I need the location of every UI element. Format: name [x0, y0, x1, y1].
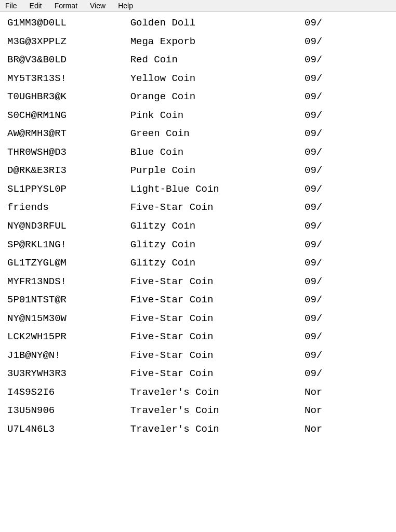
table-row[interactable]: J1B@NY@N!Five-Star Coin09/ — [3, 347, 393, 365]
cell-date: 09/ — [300, 198, 393, 217]
cell-name: Golden Doll — [126, 14, 300, 33]
cell-date: 09/ — [300, 180, 393, 199]
table-row[interactable]: NY@N15M30WFive-Star Coin09/ — [3, 310, 393, 328]
table-row[interactable]: D@RK&E3RI3Purple Coin09/ — [3, 162, 393, 180]
cell-name: Five-Star Coin — [126, 328, 300, 347]
cell-name: Five-Star Coin — [126, 365, 300, 383]
table-row[interactable]: T0UGHBR3@KOrange Coin09/ — [3, 88, 393, 107]
cell-date: Nor — [300, 402, 393, 420]
cell-date: 09/ — [300, 347, 393, 365]
cell-name: Five-Star Coin — [126, 273, 300, 291]
cell-date: 09/ — [300, 51, 393, 70]
table-row[interactable]: M3G@3XPPLZMega Exporb09/ — [3, 33, 393, 51]
cell-name: Traveler's Coin — [126, 402, 300, 420]
cell-date: 09/ — [300, 143, 393, 162]
table-row[interactable]: GL1TZYGL@MGlitzy Coin09/ — [3, 254, 393, 273]
menu-format[interactable]: Format — [52, 1, 80, 10]
cell-date: 09/ — [300, 254, 393, 273]
cell-code: I3U5N906 — [3, 402, 126, 420]
cell-code: S0CH@RM1NG — [3, 107, 126, 125]
cell-name: Mega Exporb — [126, 33, 300, 51]
cell-name: Glitzy Coin — [126, 217, 300, 236]
cell-code: SP@RKL1NG! — [3, 236, 126, 255]
cell-date: Nor — [300, 420, 393, 439]
table-row[interactable]: 5P01NTST@RFive-Star Coin09/ — [3, 291, 393, 310]
cell-code: 5P01NTST@R — [3, 291, 126, 310]
cell-code: MY5T3R13S! — [3, 70, 126, 88]
table-row[interactable]: friendsFive-Star Coin09/ — [3, 198, 393, 217]
table-row[interactable]: I3U5N906Traveler's CoinNor — [3, 402, 393, 420]
cell-date: Nor — [300, 383, 393, 402]
cell-code: AW@RMH3@RT — [3, 125, 126, 143]
table-container: G1MM3@D0LLGolden Doll09/M3G@3XPPLZMega E… — [0, 12, 396, 441]
cell-date: 09/ — [300, 291, 393, 310]
cell-name: Red Coin — [126, 51, 300, 70]
cell-code: SL1PPYSL0P — [3, 180, 126, 199]
cell-code: BR@V3&B0LD — [3, 51, 126, 70]
cell-code: friends — [3, 198, 126, 217]
cell-name: Five-Star Coin — [126, 347, 300, 365]
table-row[interactable]: S0CH@RM1NGPink Coin09/ — [3, 107, 393, 125]
cell-date: 09/ — [300, 217, 393, 236]
cell-date: 09/ — [300, 33, 393, 51]
cell-date: 09/ — [300, 328, 393, 347]
cell-code: G1MM3@D0LL — [3, 14, 126, 33]
cell-date: 09/ — [300, 273, 393, 291]
cell-date: 09/ — [300, 125, 393, 143]
table-row[interactable]: AW@RMH3@RTGreen Coin09/ — [3, 125, 393, 143]
table-row[interactable]: G1MM3@D0LLGolden Doll09/ — [3, 14, 393, 33]
menu-help[interactable]: Help — [116, 1, 135, 10]
cell-code: GL1TZYGL@M — [3, 254, 126, 273]
cell-code: NY@N15M30W — [3, 310, 126, 328]
cell-name: Traveler's Coin — [126, 420, 300, 439]
cell-name: Traveler's Coin — [126, 383, 300, 402]
cell-date: 09/ — [300, 14, 393, 33]
table-row[interactable]: MY5T3R13S!Yellow Coin09/ — [3, 70, 393, 88]
table-row[interactable]: MYFR13NDS!Five-Star Coin09/ — [3, 273, 393, 291]
cell-code: M3G@3XPPLZ — [3, 33, 126, 51]
cell-name: Orange Coin — [126, 88, 300, 107]
table-row[interactable]: NY@ND3RFULGlitzy Coin09/ — [3, 217, 393, 236]
cell-date: 09/ — [300, 236, 393, 255]
cell-name: Pink Coin — [126, 107, 300, 125]
cell-name: Blue Coin — [126, 143, 300, 162]
cell-name: Five-Star Coin — [126, 310, 300, 328]
cell-code: T0UGHBR3@K — [3, 88, 126, 107]
cell-code: MYFR13NDS! — [3, 273, 126, 291]
table-row[interactable]: LCK2WH15PRFive-Star Coin09/ — [3, 328, 393, 347]
table-row[interactable]: U7L4N6L3Traveler's CoinNor — [3, 420, 393, 439]
cell-date: 09/ — [300, 70, 393, 88]
menu-view[interactable]: View — [88, 1, 108, 10]
cell-code: I4S9S2I6 — [3, 383, 126, 402]
table-row[interactable]: BR@V3&B0LDRed Coin09/ — [3, 51, 393, 70]
table-row[interactable]: SP@RKL1NG!Glitzy Coin09/ — [3, 236, 393, 255]
cell-code: U7L4N6L3 — [3, 420, 126, 439]
cell-code: D@RK&E3RI3 — [3, 162, 126, 180]
cell-name: Purple Coin — [126, 162, 300, 180]
table-row[interactable]: I4S9S2I6Traveler's CoinNor — [3, 383, 393, 402]
table-row[interactable]: 3U3RYWH3R3Five-Star Coin09/ — [3, 365, 393, 383]
menu-edit[interactable]: Edit — [28, 1, 44, 10]
cell-code: NY@ND3RFUL — [3, 217, 126, 236]
cell-code: LCK2WH15PR — [3, 328, 126, 347]
cell-date: 09/ — [300, 310, 393, 328]
cell-name: Light-Blue Coin — [126, 180, 300, 199]
cell-name: Five-Star Coin — [126, 291, 300, 310]
cell-name: Green Coin — [126, 125, 300, 143]
table-row[interactable]: THR0WSH@D3Blue Coin09/ — [3, 143, 393, 162]
cell-code: 3U3RYWH3R3 — [3, 365, 126, 383]
menu-file[interactable]: File — [3, 1, 19, 10]
cell-name: Yellow Coin — [126, 70, 300, 88]
cell-date: 09/ — [300, 88, 393, 107]
data-table: G1MM3@D0LLGolden Doll09/M3G@3XPPLZMega E… — [3, 14, 393, 439]
cell-code: THR0WSH@D3 — [3, 143, 126, 162]
cell-name: Five-Star Coin — [126, 198, 300, 217]
menu-bar: File Edit Format View Help — [0, 0, 396, 12]
cell-date: 09/ — [300, 365, 393, 383]
cell-name: Glitzy Coin — [126, 236, 300, 255]
cell-code: J1B@NY@N! — [3, 347, 126, 365]
table-row[interactable]: SL1PPYSL0PLight-Blue Coin09/ — [3, 180, 393, 199]
cell-name: Glitzy Coin — [126, 254, 300, 273]
cell-date: 09/ — [300, 107, 393, 125]
cell-date: 09/ — [300, 162, 393, 180]
